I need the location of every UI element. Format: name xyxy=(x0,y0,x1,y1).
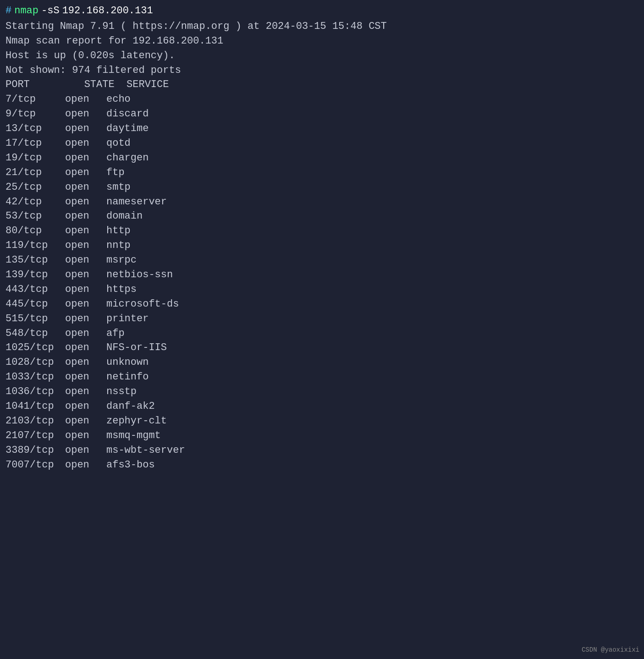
port-col: 13/tcp xyxy=(6,121,65,136)
port-row: 1028/tcpopenunknown xyxy=(6,355,638,370)
port-col: 135/tcp xyxy=(6,253,65,268)
prompt-hash: # xyxy=(6,4,11,18)
port-col: 42/tcp xyxy=(6,195,65,209)
service-col: NFS-or-IIS xyxy=(106,340,167,355)
port-row: 9/tcpopendiscard xyxy=(6,107,638,121)
state-col: open xyxy=(65,428,106,443)
service-col: microsoft-ds xyxy=(106,297,179,312)
service-col: zephyr-clt xyxy=(106,414,167,428)
port-row: 1036/tcpopennsstp xyxy=(6,384,638,399)
state-col: open xyxy=(65,136,106,151)
output-line: Starting Nmap 7.91 ( https://nmap.org ) … xyxy=(6,19,638,34)
port-row: 515/tcpopenprinter xyxy=(6,312,638,326)
service-col: nntp xyxy=(106,238,131,253)
terminal-container: # nmap -sS 192.168.200.131 Starting Nmap… xyxy=(6,4,638,472)
service-col: discard xyxy=(106,107,149,121)
state-col: open xyxy=(65,297,106,312)
state-col: open xyxy=(65,121,106,136)
service-col: nameserver xyxy=(106,195,167,209)
port-table: 7/tcpopenecho9/tcpopendiscard13/tcpopend… xyxy=(6,92,638,472)
output-line: Not shown: 974 filtered ports xyxy=(6,63,638,78)
output-line: Host is up (0.020s latency). xyxy=(6,49,638,63)
service-col: netbios-ssn xyxy=(106,268,173,282)
port-col: 1033/tcp xyxy=(6,370,65,384)
port-col: 2107/tcp xyxy=(6,428,65,443)
port-col: 1028/tcp xyxy=(6,355,65,370)
port-row: 19/tcpopenchargen xyxy=(6,151,638,165)
state-col: open xyxy=(65,238,106,253)
service-col: netinfo xyxy=(106,370,149,384)
port-row: 17/tcpopenqotd xyxy=(6,136,638,151)
state-col: open xyxy=(65,268,106,282)
output-block: Starting Nmap 7.91 ( https://nmap.org ) … xyxy=(6,19,638,92)
port-col: 139/tcp xyxy=(6,268,65,282)
port-col: 21/tcp xyxy=(6,165,65,180)
port-col: 1025/tcp xyxy=(6,340,65,355)
service-col: https xyxy=(106,282,137,297)
port-row: 119/tcpopennntp xyxy=(6,238,638,253)
state-col: open xyxy=(65,180,106,195)
state-col: open xyxy=(65,92,106,107)
prompt-line: # nmap -sS 192.168.200.131 xyxy=(6,4,638,18)
port-row: 1025/tcpopenNFS-or-IIS xyxy=(6,340,638,355)
service-col: chargen xyxy=(106,151,149,165)
state-col: open xyxy=(65,253,106,268)
port-row: 2103/tcpopenzephyr-clt xyxy=(6,414,638,428)
state-col: open xyxy=(65,151,106,165)
port-row: 80/tcpopenhttp xyxy=(6,224,638,238)
port-col: 17/tcp xyxy=(6,136,65,151)
state-col: open xyxy=(65,282,106,297)
port-col: 9/tcp xyxy=(6,107,65,121)
port-row: 7007/tcpopenafs3-bos xyxy=(6,458,638,472)
watermark: CSDN @yaoxixixi xyxy=(582,645,639,654)
service-col: msrpc xyxy=(106,253,137,268)
state-col: open xyxy=(65,209,106,224)
port-col: 7/tcp xyxy=(6,92,65,107)
service-col: unknown xyxy=(106,355,149,370)
state-col: open xyxy=(65,224,106,238)
service-col: smtp xyxy=(106,180,131,195)
service-col: domain xyxy=(106,209,143,224)
port-row: 21/tcpopenftp xyxy=(6,165,638,180)
port-row: 1041/tcpopendanf-ak2 xyxy=(6,399,638,414)
port-col: 7007/tcp xyxy=(6,458,65,472)
port-row: 25/tcpopensmtp xyxy=(6,180,638,195)
port-col: 515/tcp xyxy=(6,312,65,326)
port-row: 2107/tcpopenmsmq-mgmt xyxy=(6,428,638,443)
port-col: 445/tcp xyxy=(6,297,65,312)
state-col: open xyxy=(65,165,106,180)
service-col: danf-ak2 xyxy=(106,399,155,414)
state-col: open xyxy=(65,312,106,326)
output-line: PORT STATE SERVICE xyxy=(6,77,638,92)
port-col: 119/tcp xyxy=(6,238,65,253)
state-col: open xyxy=(65,443,106,458)
state-col: open xyxy=(65,399,106,414)
service-col: echo xyxy=(106,92,131,107)
state-col: open xyxy=(65,458,106,472)
output-line: Nmap scan report for 192.168.200.131 xyxy=(6,34,638,49)
state-col: open xyxy=(65,340,106,355)
port-col: 25/tcp xyxy=(6,180,65,195)
service-col: nsstp xyxy=(106,384,137,399)
port-col: 1041/tcp xyxy=(6,399,65,414)
port-row: 443/tcpopenhttps xyxy=(6,282,638,297)
port-row: 548/tcpopenafp xyxy=(6,326,638,341)
service-col: msmq-mgmt xyxy=(106,428,161,443)
state-col: open xyxy=(65,370,106,384)
service-col: ms-wbt-server xyxy=(106,443,185,458)
service-col: http xyxy=(106,224,131,238)
cmd-target: 192.168.200.131 xyxy=(62,4,153,18)
port-row: 3389/tcpopenms-wbt-server xyxy=(6,443,638,458)
state-col: open xyxy=(65,384,106,399)
state-col: open xyxy=(65,355,106,370)
port-row: 139/tcpopennetbios-ssn xyxy=(6,268,638,282)
cmd-nmap: nmap xyxy=(14,4,39,18)
state-col: open xyxy=(65,107,106,121)
port-row: 53/tcpopendomain xyxy=(6,209,638,224)
service-col: printer xyxy=(106,312,149,326)
port-col: 19/tcp xyxy=(6,151,65,165)
state-col: open xyxy=(65,195,106,209)
port-row: 1033/tcpopennetinfo xyxy=(6,370,638,384)
port-col: 2103/tcp xyxy=(6,414,65,428)
port-row: 13/tcpopendaytime xyxy=(6,121,638,136)
